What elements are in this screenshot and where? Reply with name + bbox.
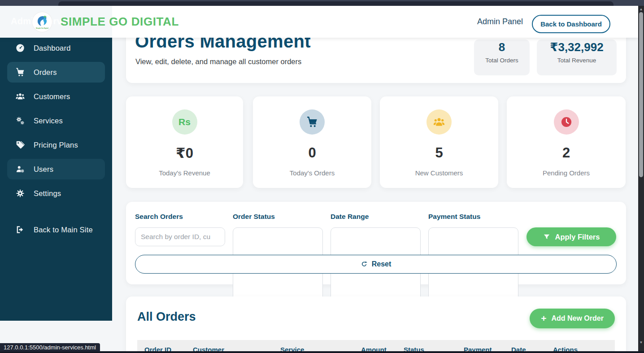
sign-out-icon [15, 225, 25, 235]
todays-orders-card: 0 Today's Orders [253, 96, 371, 188]
sidebar-item-settings[interactable]: Settings [7, 183, 105, 204]
cart-icon [300, 109, 325, 135]
todays-revenue-card: Rs ₹0 Today's Revenue [126, 96, 243, 188]
cart-icon [15, 67, 25, 77]
page-header: Admin Services Simple Go Digital SIMPLE … [0, 6, 638, 38]
reset-button[interactable]: Reset [135, 255, 617, 274]
plus-icon: + [541, 314, 546, 323]
pending-orders-label: Pending Orders [507, 169, 626, 177]
total-orders-value: 8 [474, 40, 530, 54]
brand-logo[interactable]: Simple Go Digital [32, 12, 52, 32]
payment-status-label: Payment Status [428, 213, 480, 221]
gauge-icon [15, 43, 25, 53]
sidebar-item-pricing-plans[interactable]: Pricing Plans [7, 135, 105, 155]
refresh-icon [361, 261, 368, 268]
apply-filters-button[interactable]: Apply Filters [527, 227, 616, 246]
total-orders-stat: 8 Total Orders [474, 39, 530, 75]
order-status-label: Order Status [233, 213, 275, 221]
date-range-label: Date Range [331, 213, 369, 221]
todays-revenue-label: Today's Revenue [126, 169, 243, 177]
new-customers-value: 5 [380, 145, 498, 161]
brand-title: SIMPLE GO DIGITAL [61, 6, 179, 38]
total-revenue-stat: ₹3,32,992 Total Revenue [537, 39, 617, 75]
add-new-order-button[interactable]: + Add New Order [530, 309, 615, 328]
search-orders-input[interactable] [135, 228, 225, 246]
admin-panel-label: Admin Panel [477, 6, 523, 38]
new-customers-card: 5 New Customers [380, 96, 498, 188]
total-orders-label: Total Orders [474, 57, 530, 64]
sidebar-item-customers[interactable]: Customers [7, 86, 105, 107]
user-gear-icon [15, 164, 25, 174]
all-orders-card: All Orders + Add New Order Order ID Cust… [126, 296, 626, 353]
link-status-tooltip: 127.0.0.1:5500/admin-services.html [0, 343, 100, 352]
svg-text:Simple Go Digital: Simple Go Digital [36, 27, 48, 29]
new-customers-label: New Customers [380, 169, 498, 177]
all-orders-title: All Orders [137, 310, 196, 324]
gears-icon [15, 116, 25, 126]
rupee-icon: Rs [172, 109, 197, 135]
page-scrollbar[interactable]: ▲ ▼ [638, 6, 644, 353]
scrollbar-thumb[interactable] [639, 12, 643, 177]
sidebar-item-back-to-main-site[interactable]: Back to Main Site [7, 219, 105, 240]
users-icon [426, 109, 452, 135]
total-revenue-value: ₹3,32,992 [537, 40, 617, 54]
todays-revenue-value: ₹0 [126, 145, 243, 161]
page-subtitle: View, edit, delete, and manage all custo… [135, 57, 301, 66]
sidebar-item-dashboard[interactable]: Dashboard [7, 38, 105, 58]
todays-orders-label: Today's Orders [253, 169, 371, 177]
clock-icon [554, 109, 579, 135]
todays-orders-value: 0 [253, 145, 371, 161]
gear-icon [15, 188, 25, 198]
browser-url-bar[interactable] [58, 1, 614, 6]
pending-orders-value: 2 [507, 145, 626, 161]
scrollbar-down-arrow[interactable]: ▼ [638, 340, 644, 345]
scrollbar-up-arrow[interactable]: ▲ [638, 7, 644, 12]
search-input-wrapper [135, 227, 225, 246]
tag-icon [15, 140, 25, 150]
back-to-dashboard-button[interactable]: Back to Dashboard [532, 15, 610, 33]
search-orders-label: Search Orders [135, 213, 183, 221]
total-revenue-label: Total Revenue [537, 57, 617, 64]
funnel-icon [543, 233, 550, 240]
sidebar-item-orders[interactable]: Orders [7, 62, 105, 83]
pending-orders-card: 2 Pending Orders [507, 96, 626, 188]
users-icon [15, 92, 25, 101]
sidebar-nav: Dashboard Orders Customers Services Pric… [0, 38, 112, 240]
browser-top-bar [0, 0, 644, 6]
filters-card: Search Orders Order Status Date Range Pa… [126, 202, 626, 284]
sidebar-item-services[interactable]: Services [7, 110, 105, 131]
sidebar: Dashboard Orders Customers Services Pric… [0, 38, 112, 321]
sidebar-item-users[interactable]: Users [7, 159, 105, 179]
